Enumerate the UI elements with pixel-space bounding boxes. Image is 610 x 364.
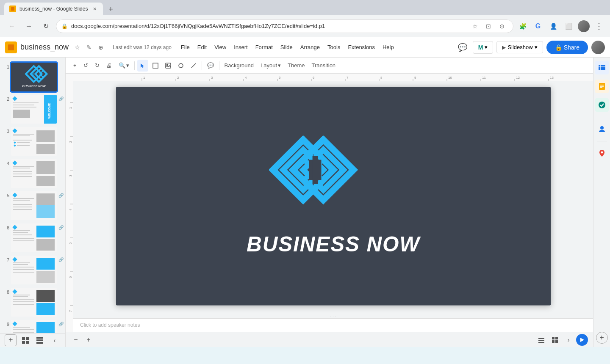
slide-thumbnail-4[interactable]: 4	[0, 157, 65, 190]
svg-rect-81	[36, 337, 43, 339]
svg-rect-79	[22, 341, 25, 344]
slide-thumbnail-1[interactable]: 1	[0, 61, 65, 93]
svg-rect-16	[13, 140, 32, 141]
menu-slide[interactable]: Slide	[277, 42, 296, 52]
zoom-out-button[interactable]: −	[71, 335, 81, 345]
collapse-panel-button[interactable]: ‹	[49, 334, 61, 346]
speaker-notes[interactable]: Click to add speaker notes	[73, 318, 593, 332]
vertical-ruler: 1 2 3 4 5 6 7	[66, 81, 73, 332]
edit-status: Last edit was 12 days ago	[113, 44, 172, 50]
print-button[interactable]: 🖨	[104, 60, 114, 72]
slide-thumbnail-6[interactable]: 6 🔗	[0, 222, 65, 254]
menu-arrange[interactable]: Arrange	[297, 42, 323, 52]
svg-text:6: 6	[69, 276, 72, 278]
profile-sync-icon[interactable]: 👤	[547, 20, 559, 32]
bookmark-icon[interactable]: ☆	[469, 20, 481, 32]
file-name[interactable]: business_now	[20, 43, 69, 52]
menu-format[interactable]: Format	[252, 42, 276, 52]
meet-button[interactable]: M ▾	[473, 41, 494, 54]
present-button[interactable]	[576, 334, 588, 346]
add-slide-button[interactable]: +	[5, 334, 17, 346]
rename-button[interactable]: ✎	[84, 42, 94, 52]
menu-help[interactable]: Help	[379, 42, 397, 52]
right-panel-add[interactable]: +	[596, 332, 608, 344]
forward-button[interactable]: →	[22, 19, 36, 33]
back-button[interactable]: ←	[5, 19, 19, 33]
new-tab-button[interactable]: +	[105, 3, 116, 15]
slide-thumbnail-7[interactable]: 7 🔗	[0, 254, 65, 286]
right-panel-contacts[interactable]	[595, 122, 609, 136]
slide-thumbnail-9[interactable]: 9 🔗	[0, 318, 65, 333]
svg-text:2: 2	[177, 76, 179, 80]
slideshow-button[interactable]: ▶ Slideshow ▾	[496, 41, 543, 53]
share-button[interactable]: 🔒 Share	[546, 41, 588, 54]
svg-text:BUSINESS NOW: BUSINESS NOW	[22, 85, 46, 88]
grid-view-button[interactable]	[19, 334, 31, 346]
filmstrip-view-button[interactable]	[34, 334, 46, 346]
tab-favicon	[9, 6, 16, 12]
app-toolbar: business_now ☆ ✎ ⊕ Last edit was 12 days…	[0, 37, 610, 58]
right-panel-notes[interactable]	[595, 80, 609, 93]
slide-thumbnail-5[interactable]: 5 🔗	[0, 190, 65, 222]
undo-button[interactable]: ↺	[81, 60, 91, 72]
cursor-tool[interactable]	[137, 60, 148, 72]
svg-rect-15	[36, 130, 55, 142]
right-panel-maps[interactable]	[595, 146, 609, 160]
browser-profile[interactable]	[578, 20, 590, 32]
extensions-icon[interactable]: 🧩	[517, 20, 529, 32]
zoom-in-button[interactable]: +	[83, 335, 94, 345]
zoom-button[interactable]: 🔍▾	[116, 60, 132, 72]
lens-icon[interactable]: ⊙	[496, 20, 508, 32]
grid-view-button-2[interactable]	[549, 334, 561, 346]
svg-text:12: 12	[516, 76, 520, 80]
insert-button[interactable]: +	[71, 60, 79, 72]
svg-text:7: 7	[69, 310, 72, 312]
slide-main[interactable]: BUSINESS NOW	[116, 87, 551, 306]
speaker-notes-placeholder: Click to add speaker notes	[80, 322, 140, 328]
line-tool[interactable]	[188, 60, 199, 72]
right-panel-explore[interactable]	[595, 61, 609, 74]
comment-button[interactable]: 💬	[456, 41, 469, 54]
collapse-panel-right[interactable]: ›	[563, 334, 574, 346]
active-tab[interactable]: business_now - Google Slides ✕	[4, 3, 103, 15]
svg-rect-140	[552, 340, 555, 343]
list-view-button[interactable]	[535, 334, 547, 346]
refresh-button[interactable]: ↻	[39, 19, 53, 33]
svg-point-87	[179, 63, 183, 68]
drive-button[interactable]: ⊕	[96, 42, 106, 52]
browser-menu-button[interactable]: ⋮	[593, 21, 605, 31]
menu-file[interactable]: File	[177, 42, 193, 52]
theme-button[interactable]: Theme	[285, 60, 307, 72]
cast-icon[interactable]: ⊡	[482, 20, 494, 32]
right-panel-tasks[interactable]	[595, 98, 609, 112]
screen-icon[interactable]: ⬜	[563, 20, 574, 32]
star-button[interactable]: ☆	[72, 42, 82, 52]
google-icon[interactable]: G	[532, 20, 544, 32]
user-avatar[interactable]	[591, 41, 605, 54]
image-tool[interactable]	[163, 60, 174, 72]
svg-rect-34	[13, 200, 30, 201]
layout-button[interactable]: Layout▾	[258, 60, 283, 72]
menu-view[interactable]: View	[211, 42, 230, 52]
menu-insert[interactable]: Insert	[230, 42, 251, 52]
frame-tool[interactable]	[150, 60, 161, 72]
menu-edit[interactable]: Edit	[194, 42, 210, 52]
background-button[interactable]: Background	[222, 60, 256, 72]
redo-button[interactable]: ↻	[92, 60, 102, 72]
svg-text:11: 11	[482, 76, 486, 80]
svg-rect-26	[36, 161, 55, 174]
slide-logo	[269, 136, 398, 224]
comment-tool[interactable]: 💬	[205, 60, 216, 72]
shape-tool[interactable]	[175, 60, 186, 72]
slide-thumbnail-3[interactable]: 3	[0, 125, 65, 157]
menu-extensions[interactable]: Extensions	[344, 42, 378, 52]
menu-tools[interactable]: Tools	[324, 42, 344, 52]
transition-button[interactable]: Transition	[309, 60, 338, 72]
slide-thumbnail-2[interactable]: 2 WELCOME 🔗	[0, 93, 65, 125]
svg-rect-71	[36, 322, 55, 333]
address-bar[interactable]: 🔒 docs.google.com/presentation/d/12xOj1T…	[56, 19, 513, 33]
slide-7-thumb	[11, 256, 57, 284]
slide-1-thumb: BUSINESS NOW	[11, 63, 57, 91]
tab-close-button[interactable]: ✕	[91, 6, 98, 12]
slide-thumbnail-8[interactable]: 8	[0, 286, 65, 318]
